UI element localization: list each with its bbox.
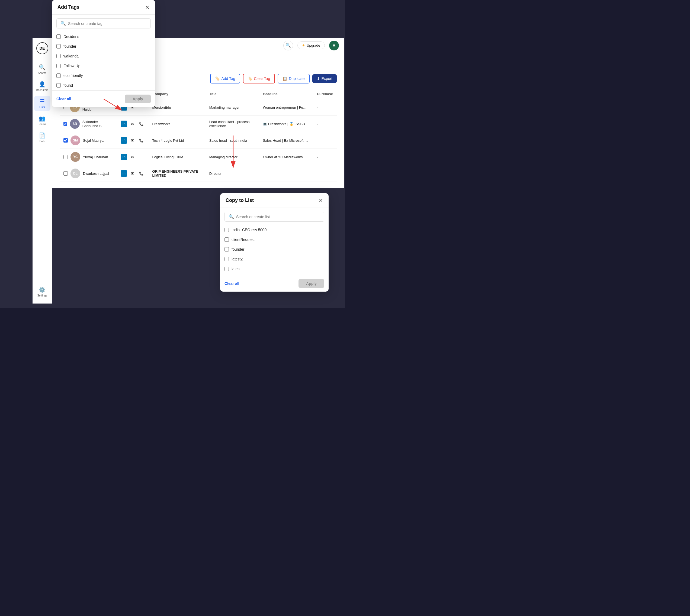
- copy-list-search-icon: 🔍: [229, 214, 234, 219]
- phone-icon[interactable]: 📞: [138, 170, 145, 177]
- row-checkbox[interactable]: [63, 122, 67, 126]
- title-column-header: Title: [206, 89, 259, 99]
- tag-label: Follow Up: [63, 64, 80, 68]
- copy-list-checkbox[interactable]: [224, 228, 229, 232]
- tag-list-item[interactable]: eco friendly: [57, 71, 151, 81]
- contact-name: Dwarkesh Lajpal: [83, 172, 109, 176]
- tag-list-item[interactable]: wakanda: [57, 51, 151, 61]
- copy-list-item[interactable]: latest: [224, 264, 324, 274]
- add-tag-button[interactable]: 🏷️ Add Tag: [210, 74, 240, 84]
- tag-checkbox[interactable]: [57, 73, 61, 78]
- tag-checkbox[interactable]: [57, 83, 61, 88]
- upgrade-button[interactable]: ✦ Upgrade: [297, 42, 325, 49]
- copy-list-label: founder: [232, 247, 244, 251]
- sidebar-item-bulk[interactable]: 📄 Bulk: [34, 130, 50, 145]
- add-tags-modal-title: Add Tags: [58, 4, 80, 10]
- sidebar-item-search[interactable]: 🔍 Search: [34, 62, 50, 77]
- contact-name: Yuvraj Chauhan: [83, 155, 108, 159]
- copy-list-checkbox[interactable]: [224, 237, 229, 242]
- tag-checkbox[interactable]: [57, 44, 61, 48]
- tag-icon: 🏷️: [215, 76, 220, 81]
- copy-list-item[interactable]: latest2: [224, 254, 324, 264]
- recruiters-icon: 👤: [39, 81, 46, 88]
- copy-list-clear-all[interactable]: Clear all: [224, 281, 239, 286]
- tag-label: Decider's: [63, 35, 79, 39]
- copy-list-search[interactable]: 🔍: [224, 212, 324, 222]
- contact-headline: [259, 165, 313, 182]
- tag-list-item[interactable]: Decider's: [57, 32, 151, 42]
- contact-avatar: YC: [70, 152, 80, 162]
- copy-list-search-input[interactable]: [236, 215, 320, 219]
- tag-list-item[interactable]: founder: [57, 42, 151, 51]
- copy-list-checkbox[interactable]: [224, 247, 229, 251]
- copy-list-modal-close[interactable]: ✕: [319, 198, 323, 203]
- lists-icon: ☰: [40, 98, 45, 105]
- add-tags-search-input[interactable]: [68, 21, 147, 26]
- sidebar-item-recruiters[interactable]: 👤 Recruiters: [34, 79, 50, 94]
- copy-list-checkbox[interactable]: [224, 257, 229, 261]
- copy-list-item[interactable]: India- CEO csv 5000: [224, 225, 324, 235]
- row-checkbox[interactable]: [63, 138, 68, 142]
- teams-icon: 👥: [39, 115, 46, 122]
- add-tags-search[interactable]: 🔍: [57, 18, 151, 28]
- phone-icon[interactable]: 📞: [138, 120, 145, 127]
- duplicate-button[interactable]: 📋 Duplicate: [278, 74, 309, 84]
- email-icon[interactable]: ✉: [129, 137, 136, 144]
- row-checkbox[interactable]: [63, 155, 68, 159]
- tag-checkbox[interactable]: [57, 54, 61, 58]
- sidebar: DE 🔍 Search 👤 Recruiters ☰ Lists 👥 Teams…: [33, 38, 52, 304]
- add-tags-apply[interactable]: Apply: [125, 94, 151, 103]
- email-icon[interactable]: ✉: [129, 154, 136, 160]
- phone-icon[interactable]: 📞: [138, 137, 145, 144]
- add-tags-clear-all[interactable]: Clear all: [57, 97, 71, 101]
- headline-column-header: Headline: [259, 89, 313, 99]
- sidebar-item-teams[interactable]: 👥 Teams: [34, 113, 50, 128]
- contact-details-cell: in✉: [117, 149, 148, 165]
- contact-details-cell: in✉📞: [117, 132, 148, 149]
- settings-icon: ⚙️: [39, 286, 46, 293]
- topbar-search-button[interactable]: 🔍: [283, 41, 293, 50]
- copy-list-label: latest2: [232, 257, 243, 261]
- sidebar-item-lists[interactable]: ☰ Lists: [34, 96, 50, 111]
- contact-purchase: -: [313, 132, 337, 149]
- copy-list-checkbox[interactable]: [224, 267, 229, 271]
- contact-avatar: SB: [70, 119, 80, 129]
- tag-checkbox[interactable]: [57, 64, 61, 68]
- tag-label: eco friendly: [63, 73, 83, 78]
- tag-list-item[interactable]: Follow Up: [57, 61, 151, 71]
- tag-list-item[interactable]: found: [57, 81, 151, 90]
- copy-list-item[interactable]: founder: [224, 244, 324, 254]
- linkedin-icon[interactable]: in: [121, 120, 127, 127]
- contact-headline: Woman entrepreneur | Fempreneur Founder …: [259, 99, 313, 116]
- copy-list-label: clientRequest: [232, 237, 255, 242]
- contact-name: Sikkander Badhusha S: [82, 120, 113, 128]
- tag-label: found: [63, 83, 73, 88]
- copy-list-apply[interactable]: Apply: [299, 279, 324, 288]
- copy-list-item[interactable]: clientRequest: [224, 235, 324, 244]
- table-row: DLDwarkesh Lajpalin✉📞GRIP ENGINEERS PRIV…: [60, 165, 337, 182]
- export-button[interactable]: ⬇ Export: [312, 74, 337, 83]
- add-tags-modal-footer: Clear all Apply: [52, 90, 155, 107]
- contact-name-cell: SMSejal Maurya: [60, 132, 117, 149]
- linkedin-icon[interactable]: in: [121, 170, 127, 177]
- row-checkbox[interactable]: [63, 171, 68, 176]
- add-tags-modal-close[interactable]: ✕: [145, 5, 150, 10]
- email-icon[interactable]: ✉: [129, 170, 136, 177]
- contact-avatar: DL: [70, 169, 80, 178]
- contact-name-cell: YCYuvraj Chauhan: [60, 149, 117, 165]
- sidebar-item-settings[interactable]: ⚙️ Settings: [34, 284, 50, 299]
- copy-list-modal-header: Copy to List ✕: [220, 193, 329, 208]
- linkedin-icon[interactable]: in: [121, 137, 127, 144]
- tag-checkbox[interactable]: [57, 35, 61, 39]
- user-avatar[interactable]: A: [329, 41, 339, 50]
- duplicate-icon: 📋: [282, 76, 287, 81]
- linkedin-icon[interactable]: in: [121, 154, 127, 160]
- clear-tag-button[interactable]: 🏷️ Clear Tag: [243, 74, 275, 84]
- table-row: YCYuvraj Chauhanin✉Logical Living EXIMMa…: [60, 149, 337, 165]
- contact-title: Sales head - south india: [206, 132, 259, 149]
- add-tags-modal-header: Add Tags ✕: [52, 0, 155, 15]
- copy-list-modal-footer: Clear all Apply: [220, 275, 329, 292]
- contact-purchase: -: [313, 165, 337, 182]
- email-icon[interactable]: ✉: [129, 120, 136, 127]
- app-logo: DE: [36, 42, 48, 54]
